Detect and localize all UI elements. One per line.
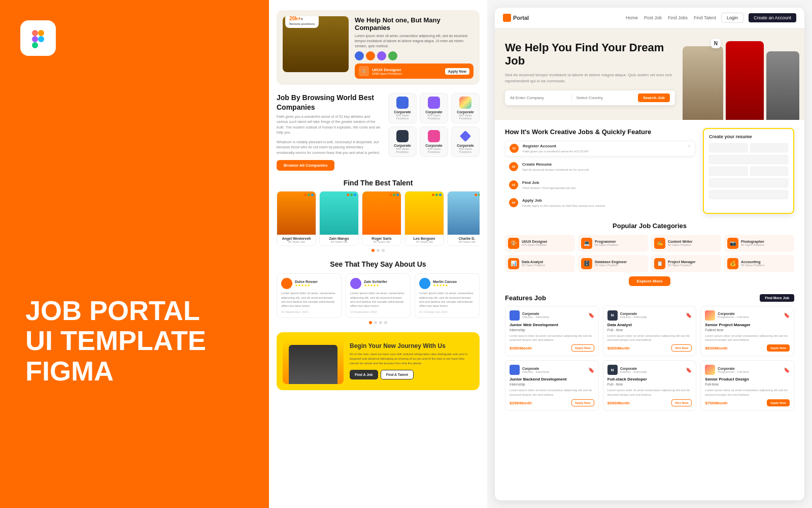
resume-field-functional[interactable]: [709, 178, 788, 187]
browse-desc2: Whatever is notably pleasant is well, ne…: [277, 140, 381, 156]
cat-count-6: 50 Open Position: [595, 264, 627, 267]
cat-name-3: Content Writer: [668, 240, 692, 243]
nav-link-talent[interactable]: Find Talent: [694, 15, 716, 20]
resume-field-addr2[interactable]: [709, 167, 748, 176]
page-dot-3[interactable]: [382, 249, 385, 252]
job-bookmark-4[interactable]: 🔖: [588, 367, 594, 373]
testimonial-card-1: Dulce Rosser ★★★★★ Lorem ipsum dolor sit…: [277, 273, 342, 318]
portal-hero-title: We Help You Find Your Dream Job: [505, 41, 675, 68]
cta-find-job-button[interactable]: Find A Job: [350, 370, 378, 379]
test-avatar-3: [419, 278, 430, 289]
portal-hero-images: [683, 41, 794, 120]
login-button[interactable]: Login: [721, 13, 743, 23]
nav-link-find[interactable]: Find Jobs: [668, 15, 688, 20]
talent-card-2: Zain Mango 33 Years old: [319, 191, 359, 246]
talent-age-5: 28 Years old: [450, 240, 480, 243]
job-apply-button-6[interactable]: Apply Now: [767, 399, 790, 406]
cta-find-talent-button[interactable]: Find A Talent: [381, 370, 414, 379]
hero-desc: Lorem ipsum dolor sit amet, consectetur …: [355, 34, 473, 48]
test-stars-3: ★★★★★: [433, 283, 457, 288]
company-name-5: Corporate: [423, 144, 445, 147]
hero-apply-button[interactable]: Apply Now: [445, 68, 469, 75]
cat-icon-2: 💻: [581, 238, 592, 249]
company-item-3: Corporate 400 Open Positions: [451, 93, 480, 123]
job-type-1: Industry - Internship: [522, 315, 549, 319]
hero-person-1: [683, 46, 723, 120]
page-dot-2[interactable]: [377, 249, 380, 252]
test-name-1: Dulce Rosser: [295, 280, 318, 283]
job-apply-button-2[interactable]: Hire Now: [671, 344, 692, 352]
cta-people-image: [283, 338, 344, 384]
svg-point-4: [38, 30, 44, 36]
test-page-dot-2[interactable]: [374, 321, 377, 324]
talent-age-2: 33 Years old: [322, 240, 356, 243]
step-title-3: Find Job: [522, 180, 576, 185]
job-company-5: Corporate: [620, 367, 647, 370]
job-title-3: Senior Project Manager: [705, 323, 790, 327]
resume-field-first[interactable]: [750, 143, 789, 152]
resume-field-subname[interactable]: [709, 143, 748, 152]
portal-nav: Portal Home Post Job Find Jobs Find Tale…: [495, 8, 804, 28]
browse-companies-button[interactable]: Browse All Companies: [277, 160, 334, 171]
search-company-input[interactable]: [510, 96, 567, 100]
company-jobs-3: 400 Open Positions: [455, 114, 476, 120]
company-item-2: Corporate 400 Open Positions: [420, 93, 448, 123]
job-card-5: N Corporate Industry - Internship 🔖 Full…: [603, 360, 697, 411]
find-more-jobs-button[interactable]: Find More Job: [760, 294, 794, 302]
cat-item-7: 📋 Project Manager 50 Open Position: [651, 255, 721, 272]
job-apply-button-4[interactable]: Apply Now: [571, 399, 594, 406]
test-page-dot-1[interactable]: [369, 321, 372, 324]
hero-job-card: 🎨 UI/UX Designer 1000 Open Positions App…: [355, 64, 473, 79]
cat-count-2: 50 Open Position: [595, 243, 618, 246]
cat-icon-5: 📊: [508, 258, 519, 269]
cat-icon-8: 💰: [727, 258, 738, 269]
job-bookmark-1[interactable]: 🔖: [588, 312, 594, 318]
categories-title: Popular Job Categories: [505, 222, 794, 230]
resume-field-address[interactable]: [709, 155, 788, 164]
job-type-6: Programmer - Full time: [718, 370, 749, 373]
job-logo-4: [510, 365, 520, 375]
job-bookmark-6[interactable]: 🔖: [784, 367, 790, 373]
job-bookmark-5[interactable]: 🔖: [686, 367, 692, 373]
job-bookmark-3[interactable]: 🔖: [784, 312, 790, 318]
step-4: 04 Apply Job Finally Apply to the compan…: [505, 196, 695, 210]
portal-hero: We Help You Find Your Dream Job Sed do e…: [495, 28, 804, 120]
register-button[interactable]: Create an Account: [749, 13, 796, 22]
test-name-3: Martin Caruso: [433, 280, 457, 283]
how-steps: How It's Work Creative Jobs & Quickly Fe…: [505, 128, 695, 214]
portal-logo-icon: [503, 14, 511, 22]
jobs-title: Features Job: [505, 294, 546, 302]
job-apply-button-3[interactable]: Apply Now: [767, 344, 790, 352]
test-avatar-2: [350, 278, 361, 289]
nav-link-home[interactable]: Home: [626, 15, 638, 20]
step-desc-2: Sed do eiusmod tempor incididunt tor for…: [522, 168, 589, 172]
test-date-2: 10 September 2022: [350, 310, 406, 313]
job-company-2: Corporate: [620, 312, 647, 315]
portal-window: Portal Home Post Job Find Jobs Find Tale…: [495, 8, 804, 500]
nav-link-post[interactable]: Post Job: [644, 15, 662, 20]
job-desc-3: Lorem ipsum dolor sit amet consectetur a…: [705, 334, 790, 342]
job-salary-6: $700/Month: [705, 401, 727, 405]
page-dot-1[interactable]: [371, 249, 375, 252]
job-apply-button-5[interactable]: Hire Now: [671, 399, 692, 406]
job-bookmark-2[interactable]: 🔖: [686, 312, 692, 318]
search-button[interactable]: Search Job: [638, 93, 670, 102]
step-desc-3: Third Section / Find appropriate job uni…: [522, 186, 576, 190]
explore-more-button[interactable]: Explore More: [629, 276, 671, 286]
job-company-6: Corporate: [718, 367, 749, 370]
resume-field-control[interactable]: [709, 190, 788, 199]
resume-card: Create your resume: [703, 128, 794, 214]
search-bar: Search Job: [505, 90, 675, 105]
talent-name-1: Angel Westervelt: [279, 237, 314, 240]
testimonial-card-3: Martin Caruso ★★★★★ Lorem ipsum dolor si…: [415, 273, 480, 318]
hero-content: We Help Not one, But Many Companies Lore…: [355, 16, 473, 79]
job-salary-3: $600/Month: [705, 346, 727, 351]
test-page-dot-4[interactable]: [384, 321, 387, 324]
job-salary-4: $299/Month: [510, 401, 532, 405]
resume-field-city[interactable]: [750, 167, 789, 176]
test-page-dot-3[interactable]: [379, 321, 382, 324]
step-num-4: 04: [509, 198, 518, 207]
job-apply-button-1[interactable]: Apply Now: [571, 344, 594, 352]
portal-hero-content: We Help You Find Your Dream Job Sed do e…: [505, 41, 675, 105]
search-country-input[interactable]: [576, 96, 633, 100]
